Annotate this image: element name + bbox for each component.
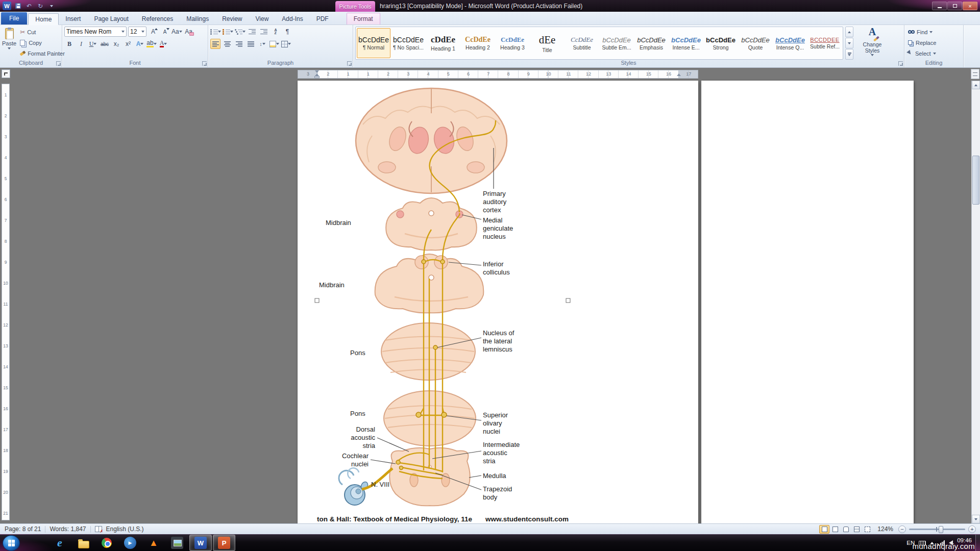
left-indent-marker[interactable] — [314, 76, 320, 78]
picture-tools-badge[interactable]: Picture Tools — [335, 1, 375, 12]
ribbon-tab[interactable]: Page Layout — [87, 13, 135, 24]
increase-indent-button[interactable] — [259, 27, 269, 37]
change-styles-button[interactable]: A Change Styles — [855, 27, 889, 60]
start-button[interactable] — [3, 535, 20, 551]
style-item[interactable]: bCcDdEe Subtle Em... — [600, 28, 633, 58]
word-app-icon[interactable]: W — [3, 2, 11, 10]
shrink-font-button[interactable]: A — [160, 27, 170, 37]
bold-button[interactable]: B — [64, 39, 75, 49]
gallery-scroll-up-button[interactable] — [845, 27, 853, 37]
ribbon-tab[interactable]: View — [249, 13, 276, 24]
scrollbar-thumb[interactable] — [972, 156, 979, 205]
zoom-slider-track[interactable] — [909, 529, 965, 530]
style-item[interactable]: CcDdEe Subtitle — [565, 28, 599, 58]
select-button[interactable]: Select — [906, 48, 961, 59]
scrollbar-track[interactable] — [972, 89, 980, 515]
format-painter-button[interactable]: Format Painter — [18, 48, 66, 59]
underline-button[interactable]: U — [88, 39, 98, 49]
document-page-current[interactable]: Midbrain Midbrain Pons Pons Primary audi… — [298, 81, 698, 523]
style-item[interactable]: bCcDdEe ¶ Normal — [357, 28, 390, 58]
change-case-button[interactable]: Aa — [172, 27, 182, 37]
taskbar-app-button[interactable]: ▶ — [119, 535, 141, 551]
superscript-button[interactable]: x² — [123, 39, 133, 49]
page-indicator[interactable]: Page: 8 of 21 — [5, 525, 41, 533]
taskbar-app-button[interactable]: ▲ — [142, 535, 165, 551]
gallery-scroll-down-button[interactable] — [845, 38, 853, 48]
zoom-out-button[interactable]: − — [898, 525, 906, 533]
paragraph-dialog-launcher[interactable] — [347, 61, 352, 66]
zoom-level[interactable]: 124% — [877, 525, 893, 533]
ribbon-tab[interactable]: Home — [28, 13, 59, 25]
outline-view-button[interactable] — [851, 525, 862, 534]
qat-customize-button[interactable] — [47, 2, 56, 10]
style-item[interactable]: BCCDDEE Subtle Ref... — [808, 28, 842, 58]
ribbon-tab[interactable]: Insert — [59, 13, 87, 24]
multilevel-list-button[interactable] — [235, 27, 246, 37]
ribbon-tab[interactable]: PDF — [310, 13, 335, 24]
shading-button[interactable] — [269, 39, 279, 49]
font-color-button[interactable]: A — [158, 39, 168, 49]
clipboard-dialog-launcher[interactable] — [56, 61, 61, 66]
restore-button[interactable] — [947, 2, 962, 10]
numbering-button[interactable] — [223, 27, 233, 37]
justify-button[interactable] — [246, 39, 256, 49]
replace-button[interactable]: Replace — [906, 37, 961, 48]
show-paragraph-marks-button[interactable]: ¶ — [282, 27, 292, 37]
horizontal-ruler[interactable]: 3211234567891011121314151617 — [298, 70, 698, 79]
zoom-in-button[interactable]: + — [968, 525, 976, 533]
proofing-status-icon[interactable] — [95, 526, 102, 532]
align-center-button[interactable] — [222, 39, 232, 49]
style-item[interactable]: cDdEe Heading 1 — [426, 28, 460, 58]
style-item[interactable]: bCcDdEe Intense E... — [669, 28, 703, 58]
style-item[interactable]: bCcDdEe Intense Q... — [773, 28, 807, 58]
subscript-button[interactable]: x₂ — [111, 39, 121, 49]
tab-selector-box[interactable] — [2, 69, 10, 78]
taskbar-app-button[interactable]: P — [213, 535, 235, 551]
find-button[interactable]: Find — [906, 27, 961, 37]
line-spacing-button[interactable]: ↕ — [257, 39, 267, 49]
taskbar-app-button[interactable] — [166, 535, 188, 551]
undo-button[interactable]: ↶ — [24, 2, 34, 10]
style-item[interactable]: CcDdEe Heading 3 — [496, 28, 529, 58]
highlight-button[interactable]: ab — [146, 39, 157, 49]
italic-button[interactable]: I — [76, 39, 86, 49]
copy-button[interactable]: Copy — [18, 37, 66, 48]
scroll-down-button[interactable] — [972, 515, 980, 523]
close-button[interactable]: × — [963, 2, 977, 10]
ribbon-tab[interactable]: File — [1, 12, 27, 24]
vertical-scrollbar[interactable] — [971, 81, 980, 523]
bullets-button[interactable] — [210, 27, 221, 37]
style-item[interactable]: bCcDdEe Quote — [739, 28, 772, 58]
taskbar-app-button[interactable] — [95, 535, 118, 551]
ribbon-tab[interactable]: Mailings — [180, 13, 215, 24]
draft-view-button[interactable] — [862, 525, 872, 534]
ribbon-tab[interactable]: Review — [215, 13, 249, 24]
show-desktop-button[interactable] — [975, 535, 980, 551]
grow-font-button[interactable]: A — [148, 27, 158, 37]
ribbon-tab[interactable]: References — [135, 13, 180, 24]
scroll-up-button[interactable] — [972, 81, 980, 89]
clear-formatting-button[interactable]: Aa — [184, 27, 194, 37]
vertical-ruler[interactable]: 123456789101112131415161718192021 — [2, 84, 10, 520]
align-left-button[interactable] — [210, 39, 220, 49]
decrease-indent-button[interactable] — [247, 27, 257, 37]
text-effects-button[interactable]: A — [135, 39, 145, 49]
first-line-indent-marker[interactable] — [315, 70, 319, 73]
gallery-more-button[interactable] — [845, 49, 853, 60]
align-right-button[interactable] — [234, 39, 244, 49]
sort-button[interactable]: A Z — [271, 27, 281, 37]
print-layout-view-button[interactable] — [819, 525, 829, 534]
style-item[interactable]: CcDdEe Heading 2 — [461, 28, 495, 58]
auditory-pathway-figure[interactable]: Midbrain Midbrain Pons Pons Primary audi… — [298, 81, 698, 523]
language-indicator[interactable]: English (U.S.) — [106, 525, 144, 533]
style-item[interactable]: bCcDdEe ¶ No Spaci... — [391, 28, 425, 58]
minimize-button[interactable] — [932, 2, 947, 10]
document-page-next[interactable] — [701, 81, 914, 523]
borders-button[interactable] — [281, 39, 291, 49]
paste-button[interactable]: Paste — [2, 27, 16, 60]
right-indent-marker[interactable] — [677, 73, 681, 76]
word-count[interactable]: Words: 1,847 — [50, 525, 86, 533]
styles-dialog-launcher[interactable] — [898, 61, 903, 66]
web-layout-view-button[interactable] — [841, 525, 851, 534]
redo-button[interactable]: ↻ — [36, 2, 45, 10]
